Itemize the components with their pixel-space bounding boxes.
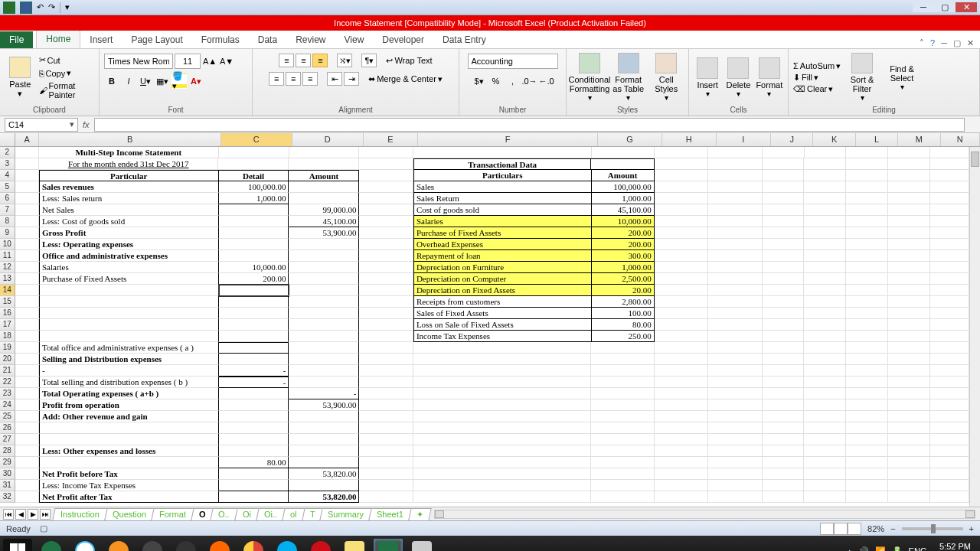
cell[interactable]: 200.00 xyxy=(219,273,289,285)
cell[interactable] xyxy=(289,181,359,193)
row-header[interactable]: 11 xyxy=(0,250,15,262)
fill-button[interactable]: ⬇ Fill ▾ xyxy=(793,73,841,83)
cell[interactable] xyxy=(804,331,846,342)
taskbar-app2-icon[interactable] xyxy=(138,539,167,551)
cell[interactable]: 45,100.00 xyxy=(289,216,359,227)
sheet-tab[interactable]: Instruction xyxy=(52,508,107,520)
row-header[interactable]: 5 xyxy=(0,181,15,193)
cell[interactable] xyxy=(359,319,413,331)
cell[interactable] xyxy=(763,468,805,480)
tab-page-layout[interactable]: Page Layout xyxy=(122,31,191,48)
cell[interactable] xyxy=(655,250,708,262)
cell[interactable] xyxy=(655,147,708,158)
cell[interactable] xyxy=(930,445,969,457)
cell[interactable]: 80.00 xyxy=(219,457,289,468)
cell[interactable] xyxy=(846,388,888,399)
currency-button[interactable]: $▾ xyxy=(472,73,487,89)
tab-review[interactable]: Review xyxy=(286,31,335,48)
cell[interactable]: Multi-Step Income Statement xyxy=(39,147,219,158)
sheet-tab[interactable]: Sheet1 xyxy=(369,508,412,520)
cell[interactable] xyxy=(655,491,708,503)
cell[interactable]: Loss on Sale of Fixed Assets xyxy=(413,319,592,331)
cell[interactable] xyxy=(289,377,359,388)
tray-volume-icon[interactable]: 🔊 xyxy=(858,546,869,552)
row-header[interactable]: 6 xyxy=(0,193,15,204)
cell[interactable] xyxy=(888,480,930,491)
cell[interactable] xyxy=(763,365,805,377)
cell[interactable] xyxy=(888,296,930,308)
row-header[interactable]: 8 xyxy=(0,216,15,227)
cell[interactable] xyxy=(804,480,846,491)
row-header[interactable]: 10 xyxy=(0,239,15,250)
file-tab[interactable]: File xyxy=(0,31,33,48)
cell[interactable] xyxy=(15,480,39,491)
row-header[interactable]: 25 xyxy=(0,411,15,422)
cell[interactable] xyxy=(708,468,762,480)
cell[interactable] xyxy=(846,296,888,308)
align-top-button[interactable]: ≡ xyxy=(279,54,294,67)
cell[interactable] xyxy=(289,147,360,158)
format-cells-button[interactable]: Format▾ xyxy=(756,53,783,102)
undo-icon[interactable]: ↶ xyxy=(37,2,44,12)
cell[interactable]: Net Profit after Tax xyxy=(39,491,219,503)
cell[interactable] xyxy=(888,262,930,273)
cell[interactable] xyxy=(655,365,708,377)
cell[interactable] xyxy=(930,216,969,227)
tray-network-icon[interactable]: 📶 xyxy=(875,546,886,552)
cell[interactable]: 45,100.00 xyxy=(592,204,655,216)
cell[interactable] xyxy=(930,411,969,422)
cell[interactable] xyxy=(359,365,413,377)
name-box[interactable]: C14▾ xyxy=(5,118,78,132)
cell[interactable] xyxy=(930,388,969,399)
cell[interactable] xyxy=(591,468,654,480)
cell[interactable] xyxy=(763,480,805,491)
cell[interactable] xyxy=(846,399,888,411)
cell[interactable] xyxy=(846,308,888,319)
cell[interactable] xyxy=(413,468,592,480)
cell[interactable] xyxy=(289,480,359,491)
cell[interactable] xyxy=(930,204,969,216)
cell[interactable] xyxy=(219,147,289,158)
cell[interactable] xyxy=(804,273,846,285)
cell[interactable] xyxy=(655,296,708,308)
cell[interactable]: Sales of Fixed Assets xyxy=(413,308,592,319)
select-all-corner[interactable] xyxy=(0,133,15,146)
cell[interactable] xyxy=(804,296,846,308)
cell[interactable]: - xyxy=(39,365,219,377)
cell[interactable] xyxy=(846,457,888,468)
cell[interactable] xyxy=(219,480,289,491)
cell[interactable] xyxy=(15,434,39,445)
cell[interactable]: Repayment of loan xyxy=(413,250,592,262)
save-icon[interactable] xyxy=(20,2,32,14)
col-header-k[interactable]: K xyxy=(813,133,855,146)
cell[interactable] xyxy=(804,388,846,399)
cell[interactable] xyxy=(289,422,359,434)
cell[interactable] xyxy=(15,491,39,503)
cell[interactable] xyxy=(655,388,708,399)
cell[interactable]: For the month ended 31st Dec 2017 xyxy=(39,158,219,170)
redo-icon[interactable]: ↷ xyxy=(48,2,55,12)
cell[interactable] xyxy=(763,262,805,273)
cell[interactable] xyxy=(804,468,846,480)
cell[interactable]: Overhead Expenses xyxy=(413,239,592,250)
cell[interactable] xyxy=(930,457,969,468)
cell[interactable] xyxy=(708,216,762,227)
cell[interactable] xyxy=(708,331,762,342)
cell[interactable] xyxy=(359,457,413,468)
cell[interactable] xyxy=(359,273,413,285)
cell[interactable] xyxy=(359,491,413,503)
cell[interactable] xyxy=(655,468,708,480)
cell[interactable] xyxy=(413,445,592,457)
cut-button[interactable]: ✂ Cut xyxy=(39,55,94,65)
cell[interactable] xyxy=(763,181,805,193)
tray-up-icon[interactable]: ▴ xyxy=(848,546,852,552)
cell[interactable] xyxy=(708,422,762,434)
cell[interactable] xyxy=(804,308,846,319)
cell[interactable] xyxy=(930,227,969,239)
cell[interactable] xyxy=(413,434,592,445)
cell[interactable] xyxy=(359,181,413,193)
cell[interactable] xyxy=(655,227,708,239)
cell[interactable] xyxy=(289,342,359,354)
cell[interactable] xyxy=(804,227,846,239)
fx-icon[interactable]: fx xyxy=(83,120,90,129)
